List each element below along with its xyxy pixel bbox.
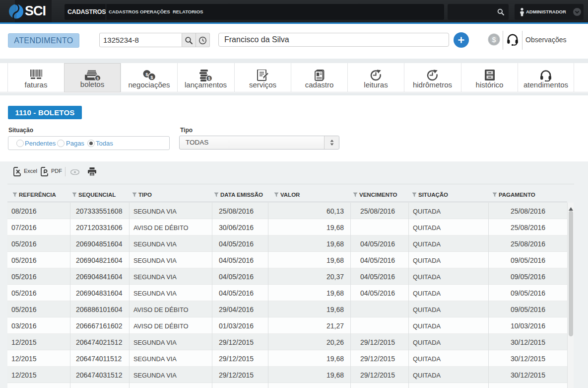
svg-text:$: $ <box>492 36 496 44</box>
svg-text:$: $ <box>150 75 153 80</box>
